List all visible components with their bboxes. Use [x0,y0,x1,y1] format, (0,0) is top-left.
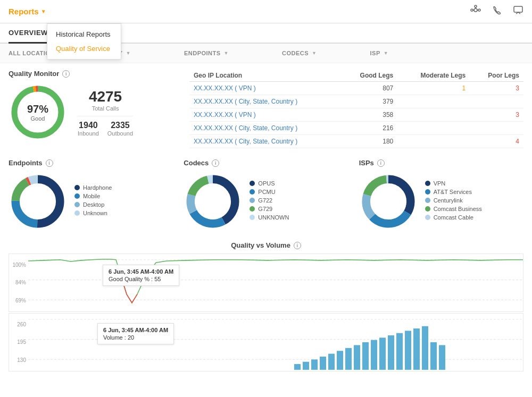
quality-vs-volume: Quality vs Volume i 100% 84% 69% [9,241,523,371]
legend-dot [425,206,430,212]
legend-label: Unknown [83,210,107,216]
network-icon[interactable] [470,5,481,18]
geo-table-row[interactable]: XX.XX.XX.XX ( City, State, Country ) 216 [189,122,523,135]
quality-monitor-title: Quality Monitor i [9,70,179,78]
dropdown-historical[interactable]: Historical Reports [47,27,121,41]
geo-poor-legs [470,122,523,135]
legend-label: PCMU [258,189,275,195]
phone-icon[interactable] [492,5,502,18]
inbound-label: Inbound [78,130,99,137]
filter-isp[interactable]: ISP ▼ [370,48,400,58]
header: Reports ▼ Historical Reports Quality of … [0,0,532,23]
endpoints-info-icon[interactable]: i [46,159,53,167]
geo-poor-legs [470,95,523,108]
volume-y-labels: 260 195 130 [9,314,28,371]
tab-overview[interactable]: OVERVIEW [9,23,48,44]
isps-title: ISPs i [359,159,523,167]
chat-icon[interactable] [513,5,523,18]
donut-label: 97% Good [27,103,48,122]
filter-endpoints[interactable]: ENDPOINTS ▼ [184,48,239,58]
codecs-info-icon[interactable]: i [212,159,219,167]
filter-endpoints-label: ENDPOINTS [184,50,221,56]
outbound-label: Outbound [107,130,133,137]
quality-chart: 100% 84% 69% 6 Jun, 3:45 AM-4:00 AM [9,254,523,312]
geo-table-row[interactable]: XX.XX.XX.XX ( City, State, Country ) 379 [189,95,523,108]
quality-y-labels: 100% 84% 69% [9,254,28,311]
legend-dot [425,189,430,195]
quality-y-84: 84% [9,280,28,285]
quality-tooltip-date: 6 Jun, 3:45 AM-4:00 AM [109,268,173,275]
geo-location[interactable]: XX.XX.XX.XX ( City, State, Country ) [189,122,341,135]
quality-tooltip: 6 Jun, 3:45 AM-4:00 AM Good Quality % : … [103,265,179,286]
volume-chart-content: 6 Jun, 3:45 AM-4:00 AM Volume : 20 [28,314,523,371]
geo-poor-legs: 3 [470,108,523,122]
codecs-donut-legend: OPUSPCMUG722G729UNKNOWN [184,172,348,231]
geo-location[interactable]: XX.XX.XX.XX ( City, State, Country ) [189,95,341,108]
qvv-info-icon[interactable]: i [294,242,301,249]
geo-poor-legs: 4 [470,135,523,148]
isps-panel: ISPs i VPNAT&T ServicesCenturylinkComcas… [359,159,523,231]
legend-label: G722 [258,197,272,204]
svg-rect-50 [413,328,420,370]
legend-label: Mobile [83,193,100,199]
geo-table-row[interactable]: XX.XX.XX.XX ( VPN ) 807 1 3 [189,82,523,95]
legend-dot [250,198,255,203]
legend-item: Desktop [74,201,112,208]
svg-rect-44 [362,342,369,370]
filter-codecs[interactable]: CODECS ▼ [282,48,327,58]
legend-item: Comcast Business [425,206,482,212]
svg-rect-38 [311,359,318,369]
svg-rect-39 [320,357,326,370]
volume-y-260: 260 [9,322,28,327]
legend-item: Mobile [74,193,112,199]
svg-rect-53 [439,345,445,369]
quality-monitor-info-icon[interactable]: i [62,70,70,78]
legend-dot [425,215,430,220]
filter-isp-caret: ▼ [384,50,388,56]
quality-chart-content: 6 Jun, 3:45 AM-4:00 AM Good Quality % : … [28,254,523,311]
svg-rect-36 [294,364,301,370]
reports-button[interactable]: Reports ▼ [9,7,46,16]
svg-rect-41 [337,351,343,370]
legend-dot [250,181,255,186]
outbound-number: 2335 [107,121,133,130]
geo-location[interactable]: XX.XX.XX.XX ( VPN ) [189,108,341,122]
legend-item: Hardphone [74,184,112,191]
legend-dot [74,193,80,199]
legend-dot [74,210,80,216]
svg-rect-7 [514,6,522,12]
endpoints-donut-legend: HardphoneMobileDesktopUnknown [9,172,173,231]
filter-today-caret: ▼ [126,50,131,56]
geo-table-row[interactable]: XX.XX.XX.XX ( VPN ) 358 3 [189,108,523,122]
legend-label: AT&T Services [434,189,472,195]
main-content: Quality Monitor i 97 [0,63,532,379]
legend-label: Centurylink [434,197,463,204]
geo-table-row[interactable]: XX.XX.XX.XX ( City, State, Country ) 180… [189,135,523,148]
geo-poor-legs: 3 [470,82,523,95]
svg-rect-52 [430,342,437,370]
svg-point-0 [474,9,477,12]
dropdown-qos[interactable]: Quality of Service [47,41,121,56]
endpoints-title: Endpoints i [9,159,173,167]
geo-ip-table: Geo IP Location Good Legs Moderate Legs … [189,70,523,148]
qm-stats: 4275 Total Calls 1940 Inbound 2335 Outbo… [78,88,133,137]
filter-isp-label: ISP [370,50,380,56]
qm-content: 97% Good 4275 Total Calls 1940 Inbound [9,83,179,141]
geo-good-legs: 379 [341,95,397,108]
top-section: Quality Monitor i 97 [9,70,523,148]
legend-label: Hardphone [83,184,112,191]
isps-donut [359,172,418,231]
endpoints-legend: HardphoneMobileDesktopUnknown [74,184,112,218]
legend-item: OPUS [250,180,289,187]
legend-item: VPN [425,180,482,187]
geo-moderate-legs [397,135,470,148]
quality-tooltip-content: Good Quality % : 55 [109,276,173,282]
endpoints-donut [9,172,67,231]
geo-location[interactable]: XX.XX.XX.XX ( VPN ) [189,82,341,95]
geo-location[interactable]: XX.XX.XX.XX ( City, State, Country ) [189,135,341,148]
legend-dot [74,202,80,207]
isps-info-icon[interactable]: i [377,159,385,167]
svg-point-2 [478,9,480,11]
legend-dot [74,185,80,190]
total-calls-label: Total Calls [78,105,133,112]
